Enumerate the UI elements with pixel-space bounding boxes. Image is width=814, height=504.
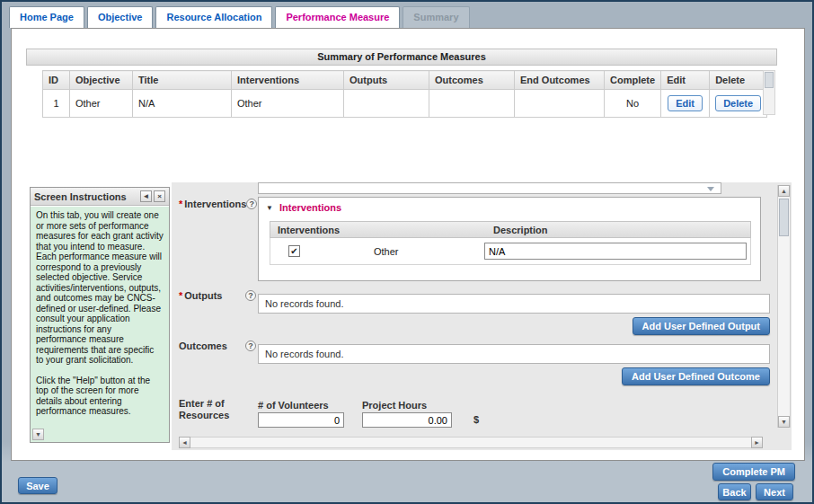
- interventions-field-label: * Interventions ?: [179, 199, 256, 209]
- scrollbar-thumb[interactable]: [765, 72, 774, 88]
- project-hours-input[interactable]: [362, 412, 452, 428]
- delete-button[interactable]: Delete: [715, 95, 761, 111]
- scroll-down-icon[interactable]: ▼: [32, 429, 44, 440]
- intervention-checkbox[interactable]: ✔: [288, 245, 300, 257]
- col-complete: Complete: [605, 71, 661, 90]
- scroll-right-icon[interactable]: ►: [751, 437, 763, 448]
- tab-performance-measure[interactable]: Performance Measure: [275, 6, 400, 28]
- col-id: ID: [43, 71, 70, 90]
- outputs-field-label: * Outputs ?: [179, 290, 256, 301]
- col-objective: Objective: [70, 71, 133, 90]
- summary-table: ID Objective Title Interventions Outputs…: [42, 70, 767, 118]
- objective-dropdown[interactable]: [258, 182, 721, 194]
- scroll-left-icon[interactable]: ◄: [179, 437, 190, 448]
- col-edit: Edit: [661, 71, 710, 90]
- main-panel: Summary of Performance Measures ID Objec…: [11, 28, 805, 461]
- table-row: 1 Other N/A Other No Edit Delete: [43, 90, 767, 118]
- egrants-window: Home Page Objective Resource Allocation …: [0, 0, 814, 504]
- required-marker: *: [179, 199, 182, 209]
- col-outcomes: Outcomes: [429, 71, 515, 90]
- outcomes-empty-message: No records found.: [258, 344, 770, 364]
- interventions-section: ▼ Interventions Interventions Descriptio…: [258, 197, 761, 281]
- tab-summary: Summary: [403, 6, 469, 28]
- help-icon[interactable]: ?: [245, 290, 256, 301]
- col-interventions: Interventions: [232, 71, 344, 90]
- outputs-label: Outputs: [184, 290, 245, 301]
- screen-instructions-panel: Screen Instructions ◄ × On this tab, you…: [30, 187, 170, 443]
- edit-button[interactable]: Edit: [668, 95, 703, 111]
- project-hours-label: Project Hours: [362, 400, 427, 411]
- help-icon[interactable]: ?: [246, 199, 257, 209]
- save-button[interactable]: Save: [18, 477, 58, 494]
- scroll-up-icon[interactable]: ▲: [778, 185, 790, 197]
- cell-edit: Edit: [661, 90, 710, 118]
- outcomes-label: Outcomes: [179, 340, 245, 351]
- collapse-left-icon[interactable]: ◄: [140, 190, 152, 202]
- performance-measure-form: * Interventions ? ▼ Interventions Interv…: [172, 182, 792, 450]
- cell-outcomes: [429, 90, 515, 118]
- scroll-down-icon[interactable]: ▼: [778, 416, 790, 428]
- summary-table-scrollbar[interactable]: [763, 70, 775, 115]
- col-delete: Delete: [710, 71, 767, 90]
- next-button[interactable]: Next: [756, 483, 793, 500]
- cell-id: 1: [43, 90, 70, 118]
- description-column-header: Description: [493, 225, 548, 235]
- vertical-scrollbar[interactable]: ▲ ▼: [777, 185, 791, 428]
- screen-instructions-text: On this tab, you will create one or more…: [31, 207, 169, 442]
- cell-delete: Delete: [710, 90, 767, 118]
- outputs-empty-message: No records found.: [258, 294, 770, 314]
- help-icon[interactable]: ?: [245, 340, 256, 351]
- tab-home-page[interactable]: Home Page: [9, 6, 84, 28]
- interventions-section-title: Interventions: [279, 202, 341, 213]
- tab-bar: Home Page Objective Resource Allocation …: [9, 6, 470, 28]
- summary-table-header-row: ID Objective Title Interventions Outputs…: [43, 71, 767, 90]
- intervention-row: ✔ Other: [270, 238, 751, 265]
- complete-pm-button[interactable]: Complete PM: [712, 463, 795, 481]
- interventions-section-header[interactable]: ▼ Interventions: [266, 202, 341, 213]
- cell-outputs: [344, 90, 429, 118]
- tab-resource-allocation[interactable]: Resource Allocation: [155, 6, 272, 28]
- screen-instructions-header: Screen Instructions ◄ ×: [31, 188, 169, 206]
- back-button[interactable]: Back: [718, 483, 751, 500]
- intervention-name: Other: [374, 246, 399, 257]
- cell-complete: No: [605, 90, 661, 118]
- required-marker: *: [179, 290, 182, 301]
- resources-label: Enter # of Resources: [179, 398, 252, 421]
- intervention-description-input[interactable]: [484, 243, 747, 260]
- currency-symbol: $: [473, 414, 479, 425]
- interventions-table-header: Interventions Description: [270, 221, 751, 238]
- instructions-paragraph: On this tab, you will create one or more…: [36, 210, 164, 366]
- tab-objective[interactable]: Objective: [87, 6, 154, 28]
- section-expanded-icon: ▼: [266, 204, 273, 212]
- interventions-column-header: Interventions: [278, 225, 340, 235]
- col-end-outcomes: End Outcomes: [515, 71, 605, 90]
- close-icon[interactable]: ×: [154, 190, 165, 202]
- interventions-label: Interventions: [184, 199, 246, 209]
- outcomes-field-label: Outcomes ?: [179, 340, 256, 351]
- chevron-down-icon: [707, 187, 714, 191]
- cell-objective: Other: [70, 90, 133, 118]
- volunteers-input[interactable]: [258, 412, 344, 428]
- add-user-defined-outcome-button[interactable]: Add User Defined Outcome: [622, 367, 770, 385]
- scrollbar-thumb[interactable]: [779, 199, 789, 236]
- add-user-defined-output-button[interactable]: Add User Defined Output: [633, 317, 770, 335]
- cell-title: N/A: [133, 90, 232, 118]
- col-outputs: Outputs: [344, 71, 429, 90]
- volunteers-label: # of Volunteers: [258, 400, 329, 411]
- horizontal-scrollbar[interactable]: ◄ ►: [179, 437, 763, 448]
- summary-table-title: Summary of Performance Measures: [26, 49, 777, 66]
- col-title: Title: [133, 71, 232, 90]
- cell-interventions: Other: [232, 90, 344, 118]
- instructions-paragraph: Click the "Help" button at the top of th…: [36, 376, 164, 417]
- screen-instructions-title: Screen Instructions: [34, 191, 138, 202]
- cell-end-outcomes: [515, 90, 605, 118]
